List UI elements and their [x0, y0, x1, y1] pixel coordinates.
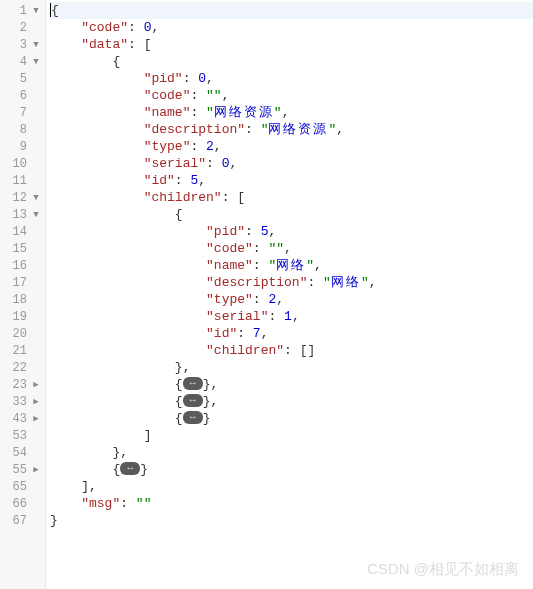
token-punc: : [175, 173, 191, 188]
code-line[interactable]: "name": "网络", [50, 257, 533, 274]
fold-placeholder [31, 261, 41, 271]
code-line[interactable]: {} [50, 461, 533, 478]
code-line[interactable]: "type": 2, [50, 291, 533, 308]
folded-code-pill[interactable] [183, 377, 203, 390]
code-line[interactable]: "id": 7, [50, 325, 533, 342]
code-line[interactable]: "description": "网络资源", [50, 121, 533, 138]
fold-open-icon[interactable] [31, 40, 41, 50]
code-line[interactable]: { [50, 2, 533, 19]
token-punc: : [237, 326, 253, 341]
fold-closed-icon[interactable] [31, 465, 41, 475]
gutter-row: 5 [0, 70, 45, 87]
line-number: 19 [7, 310, 27, 324]
code-line[interactable]: "code": "", [50, 240, 533, 257]
token-punc: , [282, 105, 290, 120]
fold-open-icon[interactable] [31, 57, 41, 67]
code-line[interactable]: {} [50, 410, 533, 427]
code-line[interactable]: "serial": 1, [50, 308, 533, 325]
code-line[interactable]: {}, [50, 376, 533, 393]
code-line[interactable]: ] [50, 427, 533, 444]
code-line[interactable]: {}, [50, 393, 533, 410]
code-line[interactable]: "data": [ [50, 36, 533, 53]
code-line[interactable]: }, [50, 359, 533, 376]
token-key: "serial" [206, 309, 268, 324]
fold-closed-icon[interactable] [31, 414, 41, 424]
line-number: 65 [7, 480, 27, 494]
line-number: 33 [7, 395, 27, 409]
gutter-row: 2 [0, 19, 45, 36]
code-line[interactable]: "children": [] [50, 342, 533, 359]
code-line[interactable]: "code": 0, [50, 19, 533, 36]
fold-placeholder [31, 91, 41, 101]
token-punc: , [214, 139, 222, 154]
line-number: 16 [7, 259, 27, 273]
line-number: 18 [7, 293, 27, 307]
fold-closed-icon[interactable] [31, 380, 41, 390]
folded-code-pill[interactable] [183, 394, 203, 407]
fold-open-icon[interactable] [31, 210, 41, 220]
code-line[interactable]: "pid": 0, [50, 70, 533, 87]
gutter-row: 22 [0, 359, 45, 376]
code-line[interactable]: ], [50, 478, 533, 495]
line-number: 11 [7, 174, 27, 188]
token-key: "id" [206, 326, 237, 341]
fold-closed-icon[interactable] [31, 397, 41, 407]
token-punc: } [50, 513, 58, 528]
line-number: 4 [7, 55, 27, 69]
line-number: 14 [7, 225, 27, 239]
code-line[interactable]: }, [50, 444, 533, 461]
fold-open-icon[interactable] [31, 6, 41, 16]
code-line[interactable]: "children": [ [50, 189, 533, 206]
code-line[interactable]: "code": "", [50, 87, 533, 104]
token-punc: ] [144, 428, 152, 443]
code-line[interactable]: "pid": 5, [50, 223, 533, 240]
gutter-row: 10 [0, 155, 45, 172]
line-number: 12 [7, 191, 27, 205]
code-line[interactable]: "id": 5, [50, 172, 533, 189]
code-area[interactable]: { "code": 0, "data": [ { "pid": 0, "code… [46, 0, 533, 589]
token-punc: }, [203, 377, 219, 392]
gutter-row: 7 [0, 104, 45, 121]
gutter-row: 18 [0, 291, 45, 308]
token-key: "description" [144, 122, 245, 137]
line-number: 3 [7, 38, 27, 52]
code-line[interactable]: "name": "网络资源", [50, 104, 533, 121]
token-punc: { [175, 377, 183, 392]
token-punc: : [ [222, 190, 245, 205]
code-line[interactable]: { [50, 206, 533, 223]
code-editor[interactable]: 1234567891011121314151617181920212223334… [0, 0, 533, 589]
line-number: 15 [7, 242, 27, 256]
fold-placeholder [31, 125, 41, 135]
token-str: " [274, 105, 282, 120]
line-number: 20 [7, 327, 27, 341]
token-num: 0 [198, 71, 206, 86]
folded-code-pill[interactable] [120, 462, 140, 475]
fold-placeholder [31, 159, 41, 169]
gutter-row: 14 [0, 223, 45, 240]
token-punc: } [203, 411, 211, 426]
token-key: "code" [144, 88, 191, 103]
fold-open-icon[interactable] [31, 193, 41, 203]
code-line[interactable]: "description": "网络", [50, 274, 533, 291]
token-key: "type" [144, 139, 191, 154]
gutter-row: 53 [0, 427, 45, 444]
token-key: "id" [144, 173, 175, 188]
gutter-row: 16 [0, 257, 45, 274]
token-punc: { [175, 207, 183, 222]
code-line[interactable]: "serial": 0, [50, 155, 533, 172]
token-str-cn: 网络 [276, 258, 306, 273]
line-number: 55 [7, 463, 27, 477]
token-punc: } [140, 462, 148, 477]
folded-code-pill[interactable] [183, 411, 203, 424]
token-key: "msg" [81, 496, 120, 511]
token-key: "description" [206, 275, 307, 290]
token-punc: , [261, 326, 269, 341]
token-str: "" [136, 496, 152, 511]
code-line[interactable]: "msg": "" [50, 495, 533, 512]
token-punc: : [183, 71, 199, 86]
code-line[interactable]: "type": 2, [50, 138, 533, 155]
token-key: "children" [144, 190, 222, 205]
code-line[interactable]: { [50, 53, 533, 70]
code-line[interactable]: } [50, 512, 533, 529]
token-key: "children" [206, 343, 284, 358]
